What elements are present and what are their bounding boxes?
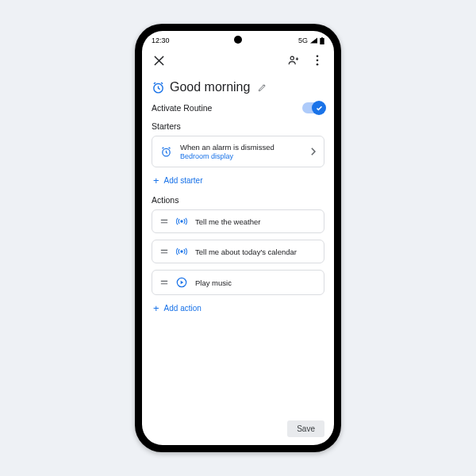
chevron-right-icon: [310, 148, 316, 155]
starters-heading: Starters: [152, 121, 324, 131]
broadcast-icon: [176, 247, 187, 256]
close-button[interactable]: [152, 53, 166, 67]
add-starter-button[interactable]: + Add starter: [152, 174, 324, 189]
starter-card[interactable]: When an alarm is dismissed Bedroom displ…: [152, 136, 324, 167]
drag-handle-icon[interactable]: [160, 279, 168, 286]
plus-icon: +: [153, 303, 159, 313]
pencil-icon: [258, 83, 267, 92]
drag-handle-icon[interactable]: [160, 248, 168, 255]
activate-label: Activate Routine: [152, 103, 212, 113]
plus-icon: +: [153, 175, 159, 186]
people-add-icon: [287, 55, 300, 66]
footer: Save: [142, 416, 334, 445]
alarm-icon: [160, 146, 172, 158]
routine-title: Good morning: [170, 80, 250, 94]
battery-icon: [320, 37, 324, 44]
signal-icon: [310, 37, 317, 44]
play-icon: [176, 277, 187, 288]
svg-rect-0: [320, 37, 324, 44]
action-label: Tell me about today's calendar: [195, 248, 297, 256]
activate-row: Activate Routine: [152, 102, 324, 113]
edit-title-button[interactable]: [255, 80, 269, 94]
action-card[interactable]: Tell me the weather: [152, 209, 324, 233]
add-action-label: Add action: [164, 304, 202, 313]
svg-point-4: [317, 60, 319, 62]
svg-point-8: [181, 221, 182, 222]
starter-line1: When an alarm is dismissed: [180, 143, 302, 152]
close-icon: [154, 56, 164, 66]
screen: 12:30 5G: [142, 31, 334, 445]
app-bar: [142, 48, 334, 71]
actions-heading: Actions: [152, 195, 324, 205]
svg-point-9: [181, 251, 182, 252]
save-button[interactable]: Save: [287, 420, 324, 437]
action-label: Tell me the weather: [195, 217, 260, 226]
content: Good morning Activate Routine Starters: [142, 71, 334, 416]
starter-line2: Bedroom display: [180, 152, 302, 160]
front-camera: [234, 36, 242, 44]
add-starter-label: Add starter: [164, 176, 203, 185]
toggle-knob: [312, 101, 326, 115]
svg-rect-1: [321, 37, 323, 38]
action-label: Play music: [195, 278, 232, 287]
activate-toggle[interactable]: [302, 102, 324, 113]
status-time: 12:30: [152, 36, 170, 44]
alarm-icon: [152, 81, 165, 94]
add-action-button[interactable]: + Add action: [152, 301, 324, 317]
check-icon: [316, 105, 323, 112]
drag-handle-icon[interactable]: [160, 218, 168, 225]
broadcast-icon: [176, 217, 187, 226]
routine-title-row: Good morning: [152, 80, 324, 94]
overflow-menu-button[interactable]: [310, 53, 324, 67]
share-people-button[interactable]: [286, 53, 301, 67]
more-vert-icon: [316, 55, 319, 66]
action-card[interactable]: Tell me about today's calendar: [152, 240, 324, 263]
status-network: 5G: [298, 36, 308, 44]
svg-point-5: [317, 63, 319, 66]
phone-frame: 12:30 5G: [135, 24, 341, 452]
action-card[interactable]: Play music: [152, 270, 324, 295]
svg-point-3: [317, 55, 319, 57]
svg-point-2: [290, 56, 294, 60]
